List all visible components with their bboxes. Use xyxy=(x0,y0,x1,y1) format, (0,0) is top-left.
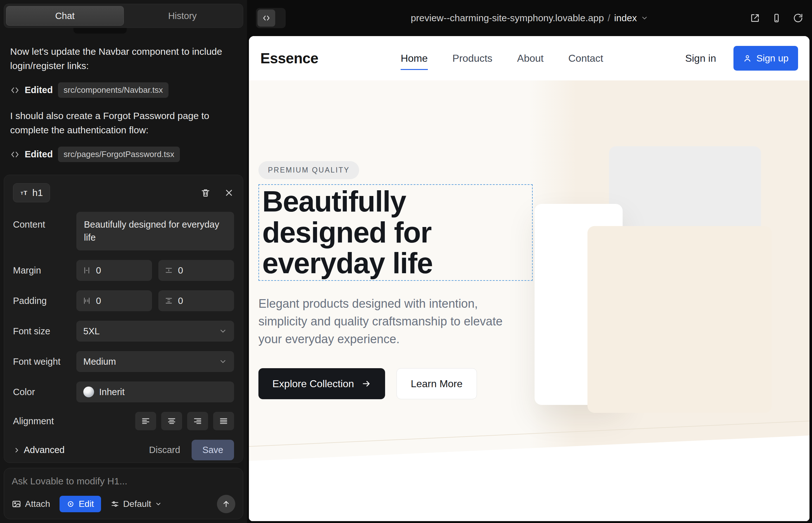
alignment-row: Alignment xyxy=(13,412,234,430)
save-button[interactable]: Save xyxy=(192,440,234,460)
margin-horizontal-icon xyxy=(83,266,91,274)
sign-up-label: Sign up xyxy=(756,53,789,64)
align-center-button[interactable] xyxy=(161,412,182,430)
chat-sidebar: Chat History Now let's update the Navbar… xyxy=(0,0,247,523)
default-label: Default xyxy=(123,499,152,509)
sidebar-tab-bar: Chat History xyxy=(4,4,243,28)
font-size-row: Font size 5XL xyxy=(13,321,234,342)
explore-collection-button[interactable]: Explore Collection xyxy=(259,368,385,399)
user-icon xyxy=(743,54,752,63)
refresh-icon xyxy=(793,13,803,23)
padding-row: Padding 0 0 xyxy=(13,290,234,311)
align-right-button[interactable] xyxy=(187,412,208,430)
hero-content: PREMIUM QUALITY Beautifully designed for… xyxy=(259,80,550,399)
font-size-select[interactable]: 5XL xyxy=(76,321,234,342)
hero-headline: Beautifully designed for everyday life xyxy=(262,186,529,279)
file-chip-navbar[interactable]: src/components/Navbar.tsx xyxy=(58,82,169,98)
element-tag-label: h1 xyxy=(32,187,43,198)
edited-file-row: Edited src/pages/ForgotPassword.tsx xyxy=(10,147,237,162)
align-left-button[interactable] xyxy=(135,412,156,430)
model-default-button[interactable]: Default xyxy=(110,499,162,509)
nav-link-about[interactable]: About xyxy=(517,53,544,64)
site-nav-links: Home Products About Contact xyxy=(401,53,603,64)
edit-target-icon xyxy=(67,500,75,508)
font-weight-select[interactable]: Medium xyxy=(76,351,234,372)
margin-vertical-input[interactable]: 0 xyxy=(158,260,234,281)
rendered-site: Essence Home Products About Contact Sign… xyxy=(249,36,810,521)
send-button[interactable] xyxy=(217,495,235,513)
align-right-icon xyxy=(193,416,202,426)
edited-label: Edited xyxy=(25,85,53,95)
external-link-icon xyxy=(750,13,760,23)
discard-button[interactable]: Discard xyxy=(149,445,180,455)
editor-header: TT h1 xyxy=(13,183,234,202)
close-panel-button[interactable] xyxy=(224,188,234,198)
edited-file-row: Edited src/components/Navbar.tsx xyxy=(10,82,237,98)
edited-label: Edited xyxy=(25,149,53,160)
padding-horizontal-input[interactable]: 0 xyxy=(76,290,152,311)
file-chip-forgot-password[interactable]: src/pages/ForgotPassword.tsx xyxy=(58,147,180,162)
align-justify-icon xyxy=(219,416,228,426)
tab-history[interactable]: History xyxy=(124,6,241,26)
margin-horizontal-input[interactable]: 0 xyxy=(76,260,152,281)
delete-element-button[interactable] xyxy=(200,188,211,198)
learn-more-button[interactable]: Learn More xyxy=(396,368,477,399)
element-tag-chip[interactable]: TT h1 xyxy=(13,183,50,202)
attach-button[interactable]: Attach xyxy=(12,499,50,509)
padding-horizontal-value: 0 xyxy=(96,296,101,306)
hero-description: Elegant products designed with intention… xyxy=(259,295,515,348)
edit-mode-button[interactable]: Edit xyxy=(59,496,101,512)
arrow-right-icon xyxy=(362,379,371,389)
color-row: Color Inherit xyxy=(13,381,234,402)
hero-section: PREMIUM QUALITY Beautifully designed for… xyxy=(249,80,810,521)
prompt-composer: Attach Edit Default xyxy=(4,468,243,519)
advanced-label: Advanced xyxy=(24,445,65,455)
content-row: Content Beautifully designed for everyda… xyxy=(13,212,234,250)
decorative-card-beige xyxy=(587,226,772,413)
code-icon xyxy=(10,86,20,95)
align-justify-button[interactable] xyxy=(213,412,234,430)
lovable-app: Chat History Now let's update the Navbar… xyxy=(0,0,812,523)
decorative-card-gray xyxy=(609,146,761,240)
margin-row: Margin 0 0 xyxy=(13,260,234,281)
url-path: index xyxy=(614,13,637,23)
code-icon xyxy=(262,14,270,22)
selected-h1-element[interactable]: Beautifully designed for everyday life xyxy=(259,184,533,281)
hero-cta-row: Explore Collection Learn More xyxy=(259,368,550,399)
tab-chat[interactable]: Chat xyxy=(6,6,124,26)
chat-message-list: Now let's update the Navbar component to… xyxy=(10,44,237,173)
margin-vertical-value: 0 xyxy=(178,265,183,276)
attach-label: Attach xyxy=(25,499,50,509)
edit-label: Edit xyxy=(78,499,94,509)
refresh-button[interactable] xyxy=(793,13,803,23)
preview-pane: preview--charming-site-symphony.lovable.… xyxy=(247,0,812,523)
svg-text:T: T xyxy=(24,190,28,196)
advanced-toggle[interactable]: Advanced xyxy=(13,445,65,455)
nav-link-products[interactable]: Products xyxy=(453,53,492,64)
preview-url[interactable]: preview--charming-site-symphony.lovable.… xyxy=(411,13,648,23)
alignment-label: Alignment xyxy=(13,416,76,427)
url-separator: / xyxy=(608,13,610,23)
chevron-down-icon xyxy=(155,501,162,507)
prompt-input[interactable] xyxy=(12,476,235,490)
color-select[interactable]: Inherit xyxy=(76,381,234,402)
nav-link-home[interactable]: Home xyxy=(401,53,427,64)
trash-icon xyxy=(200,188,211,198)
sliders-icon xyxy=(110,500,119,508)
browser-toolbar: preview--charming-site-symphony.lovable.… xyxy=(247,0,812,36)
font-size-value: 5XL xyxy=(83,326,214,337)
composer-toolbar: Attach Edit Default xyxy=(12,495,235,513)
content-input[interactable]: Beautifully designed for everyday life xyxy=(76,212,234,250)
chevron-down-icon xyxy=(219,357,227,366)
open-in-new-tab-button[interactable] xyxy=(750,13,760,23)
sign-in-link[interactable]: Sign in xyxy=(685,53,716,64)
code-view-button[interactable] xyxy=(258,10,275,26)
sign-up-button[interactable]: Sign up xyxy=(734,46,798,71)
site-logo[interactable]: Essence xyxy=(260,50,318,67)
padding-vertical-input[interactable]: 0 xyxy=(158,290,234,311)
padding-label: Padding xyxy=(13,296,76,306)
device-preview-button[interactable] xyxy=(772,13,782,23)
align-left-icon xyxy=(141,416,151,426)
svg-text:T: T xyxy=(21,191,23,196)
nav-link-contact[interactable]: Contact xyxy=(568,53,603,64)
